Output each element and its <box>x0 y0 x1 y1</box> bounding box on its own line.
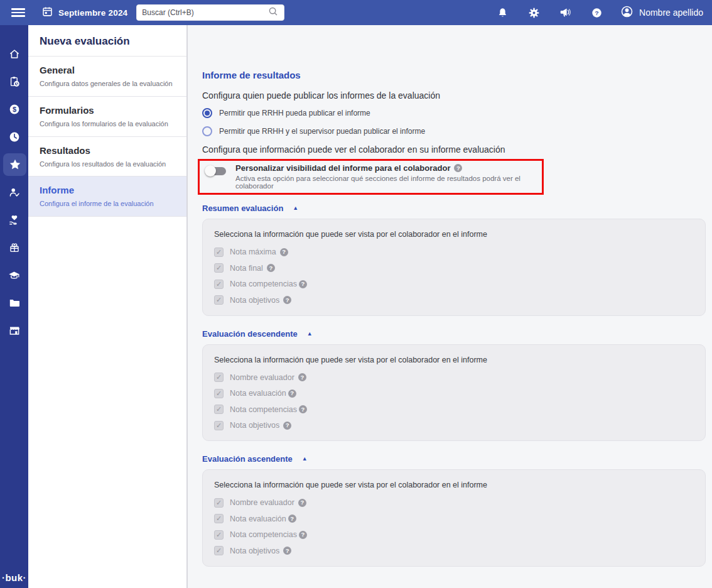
checkbox-checked-disabled[interactable] <box>214 546 224 555</box>
panel-intro: Selecciona la información que puede ser … <box>214 481 694 489</box>
rail-item-benefits[interactable] <box>0 206 28 234</box>
nav-item-label: Informe <box>40 185 175 195</box>
option-help-icon[interactable] <box>288 514 296 523</box>
step-list: General Configura datos generales de la … <box>28 56 186 217</box>
option-help-icon[interactable] <box>283 296 291 304</box>
checkbox-checked-disabled[interactable] <box>214 498 224 508</box>
option-help-icon[interactable] <box>283 547 291 555</box>
option-label: Nota evaluación <box>230 389 286 398</box>
option-help-icon[interactable] <box>298 499 306 507</box>
period-selector[interactable]: Septiembre 2024 <box>41 6 127 20</box>
checkbox-checked-disabled[interactable] <box>214 373 224 382</box>
nav-item-description: Configura los resultados de la evaluació… <box>40 160 175 169</box>
radio-option-rrhh[interactable]: Permitir que RRHH pueda publicar el info… <box>202 107 706 119</box>
checkbox-checked-disabled[interactable] <box>214 280 224 289</box>
nav-item-description: Configura datos generales de la evaluaci… <box>40 80 175 89</box>
option-label: Nombre evaluador <box>230 498 294 507</box>
checkbox-checked-disabled[interactable] <box>214 530 224 540</box>
panel-ascendente: Selecciona la información que puede ser … <box>202 469 706 567</box>
option-row: Nota final <box>214 263 694 273</box>
nav-item-informe[interactable]: Informe Configura el informe de la evalu… <box>28 177 186 217</box>
gear-icon[interactable] <box>527 6 540 19</box>
option-help-icon[interactable] <box>288 389 296 398</box>
option-label: Nota competencias <box>230 280 297 288</box>
toggle-description: Activa esta opción para seleccionar qué … <box>235 175 537 190</box>
option-label: Nota competencias <box>230 405 297 414</box>
store-icon <box>8 324 21 337</box>
nav-item-general[interactable]: General Configura datos generales de la … <box>28 57 186 97</box>
toggle-label: Personalizar visibilidad del informe par… <box>235 163 450 173</box>
rail-item-marketplace[interactable] <box>0 317 28 344</box>
nav-item-description: Configura el informe de la evaluación <box>40 200 175 209</box>
money-icon: $ <box>8 103 21 116</box>
nav-item-label: General <box>40 65 175 75</box>
radio-option-rrhh-supervisor[interactable]: Permitir que RRHH y el supervisor puedan… <box>202 126 706 137</box>
option-label: Nota máxima <box>230 248 276 256</box>
home-icon <box>8 48 21 60</box>
option-label: Nota objetivos <box>230 296 279 305</box>
user-menu[interactable]: Nombre apellido <box>620 5 703 21</box>
section-title: Informe de resultados <box>202 70 706 80</box>
rail-item-talent[interactable] <box>3 153 26 176</box>
help-icon[interactable]: ? <box>590 6 603 19</box>
option-label: Nota final <box>230 264 263 273</box>
rail-item-home[interactable] <box>0 40 28 68</box>
option-row: Nombre evaluador <box>214 373 694 383</box>
person-check-icon <box>8 186 21 199</box>
collapse-caret-icon: ▲ <box>302 456 308 462</box>
option-row: Nota máxima <box>214 247 694 257</box>
clock-icon <box>8 131 21 143</box>
option-help-icon[interactable] <box>283 422 291 430</box>
visibility-toggle[interactable] <box>205 165 227 177</box>
nav-item-formularios[interactable]: Formularios Configura los formularios de… <box>28 97 186 137</box>
option-help-icon[interactable] <box>299 405 307 413</box>
section-header-label: Evaluación descendente <box>202 329 298 339</box>
rail-item-documents[interactable] <box>0 289 28 317</box>
panel-intro: Selecciona la información que puede ser … <box>214 356 694 364</box>
option-row: Nota competencias <box>214 405 694 415</box>
rail-item-celebrations[interactable] <box>0 234 28 261</box>
option-help-icon[interactable] <box>298 373 306 381</box>
bell-icon[interactable] <box>496 6 509 19</box>
visibility-question: Configura que información puede ver el c… <box>202 144 706 155</box>
search-box[interactable] <box>136 4 284 21</box>
section-header-ascendente[interactable]: Evaluación ascendente ▲ <box>202 454 706 464</box>
radio-selected-icon[interactable] <box>202 108 212 118</box>
checkbox-checked-disabled[interactable] <box>214 389 224 398</box>
section-header-resumen[interactable]: Resumen evaluación ▲ <box>202 204 706 213</box>
radio-label: Permitir que RRHH y el supervisor puedan… <box>219 127 425 136</box>
checkbox-checked-disabled[interactable] <box>214 421 224 430</box>
nav-item-description: Configura los formularios de la evaluaci… <box>40 120 175 129</box>
rail-item-selection[interactable] <box>0 178 28 206</box>
rail-item-training[interactable] <box>0 261 28 289</box>
checkbox-checked-disabled[interactable] <box>214 405 224 414</box>
rail-item-payroll[interactable]: $ <box>0 95 28 123</box>
checkbox-checked-disabled[interactable] <box>214 248 224 257</box>
rail-item-tasks[interactable] <box>0 68 28 95</box>
checkbox-checked-disabled[interactable] <box>214 295 224 305</box>
panel-descendente: Selecciona la información que puede ser … <box>202 344 706 442</box>
option-label: Nota competencias <box>230 530 297 539</box>
clipboard-clock-icon <box>8 75 21 88</box>
svg-text:?: ? <box>595 9 598 16</box>
rail-item-time[interactable] <box>0 123 28 151</box>
user-name: Nombre apellido <box>639 8 703 18</box>
folder-icon <box>8 297 21 309</box>
option-help-icon[interactable] <box>280 248 288 256</box>
checkbox-checked-disabled[interactable] <box>214 263 224 273</box>
option-help-icon[interactable] <box>299 531 307 539</box>
section-header-label: Resumen evaluación <box>202 204 283 213</box>
option-help-icon[interactable] <box>299 280 307 288</box>
menu-icon[interactable] <box>11 8 25 16</box>
section-header-descendente[interactable]: Evaluación descendente ▲ <box>202 329 706 339</box>
checkbox-checked-disabled[interactable] <box>214 514 224 523</box>
nav-item-resultados[interactable]: Resultados Configura los resultados de l… <box>28 137 186 177</box>
option-help-icon[interactable] <box>267 264 275 272</box>
search-input[interactable] <box>142 8 267 17</box>
megaphone-icon[interactable] <box>559 6 571 19</box>
toggle-help-icon[interactable] <box>454 164 462 172</box>
radio-unselected-icon[interactable] <box>202 126 212 136</box>
option-row: Nota objetivos <box>214 295 694 305</box>
option-label: Nota objetivos <box>230 421 279 430</box>
option-row: Nota objetivos <box>214 546 694 556</box>
